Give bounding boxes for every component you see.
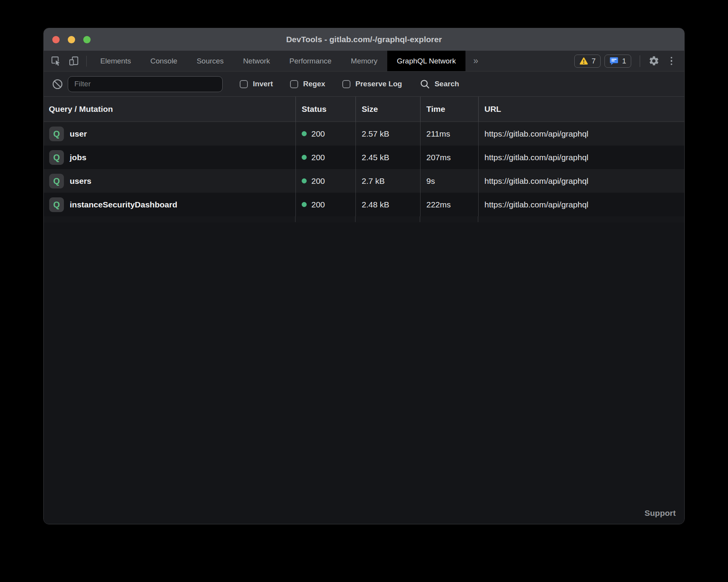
devtools-tabbar: ElementsConsoleSourcesNetworkPerformance… — [44, 51, 684, 72]
checkbox-preserve-log[interactable]: Preserve Log — [342, 80, 402, 88]
search-control[interactable]: Search — [420, 79, 459, 89]
request-row[interactable]: Q users 200 2.7 kB 9s https://gitlab.com… — [44, 169, 684, 193]
response-size: 2.57 kB — [355, 122, 420, 146]
inspect-cursor-icon — [51, 56, 61, 66]
query-name: jobs — [70, 153, 86, 162]
checkbox-box-icon[interactable] — [342, 80, 350, 88]
minimize-window-button[interactable] — [68, 36, 75, 43]
column-header-query-mutation[interactable]: Query / Mutation — [44, 97, 295, 122]
response-size: 2.48 kB — [355, 193, 420, 216]
titlebar: DevTools - gitlab.com/-/graphql-explorer — [44, 28, 684, 51]
status-ok-dot-icon — [302, 155, 307, 160]
column-header-url[interactable]: URL — [478, 97, 684, 122]
request-row[interactable]: Q jobs 200 2.45 kB 207ms https://gitlab.… — [44, 146, 684, 169]
zoom-window-button[interactable] — [83, 36, 91, 43]
query-name: instanceSecurityDashboard — [70, 200, 177, 209]
request-url: https://gitlab.com/api/graphql — [478, 146, 684, 169]
checkbox-label: Invert — [253, 80, 273, 88]
request-url: https://gitlab.com/api/graphql — [478, 193, 684, 216]
gear-icon — [648, 55, 659, 67]
status-ok-dot-icon — [302, 131, 307, 136]
response-size: 2.45 kB — [355, 146, 420, 169]
checkbox-label: Regex — [303, 80, 325, 88]
checkbox-box-icon[interactable] — [240, 80, 248, 88]
message-bubble-icon — [610, 57, 618, 65]
checkbox-label: Preserve Log — [355, 80, 402, 88]
column-header-status[interactable]: Status — [295, 97, 355, 122]
column-header-size[interactable]: Size — [355, 97, 420, 122]
close-window-button[interactable] — [52, 36, 60, 43]
search-icon — [420, 79, 430, 89]
issues-warning-badge[interactable]: 7 — [574, 55, 601, 68]
status-code: 200 — [311, 176, 325, 186]
more-tabs-button[interactable]: » — [465, 51, 486, 71]
status-ok-dot-icon — [302, 202, 307, 207]
filter-toolbar: InvertRegexPreserve Log Search — [44, 72, 684, 96]
support-link[interactable]: Support — [645, 508, 676, 518]
request-url: https://gitlab.com/api/graphql — [478, 169, 684, 193]
request-list: Q user 200 2.57 kB 211ms https://gitlab.… — [44, 122, 684, 216]
status-code: 200 — [311, 200, 325, 209]
table-header: Query / Mutation Status Size Time URL — [44, 96, 684, 122]
checkbox-regex[interactable]: Regex — [290, 80, 325, 88]
checkbox-box-icon[interactable] — [290, 80, 298, 88]
filter-input[interactable] — [68, 76, 223, 92]
request-row[interactable]: Q user 200 2.57 kB 211ms https://gitlab.… — [44, 122, 684, 146]
column-separator-tails — [44, 216, 684, 223]
query-type-badge: Q — [49, 150, 64, 165]
response-time: 222ms — [420, 193, 478, 216]
request-url: https://gitlab.com/api/graphql — [478, 122, 684, 146]
tab-elements[interactable]: Elements — [91, 51, 141, 71]
empty-grid-area: Support — [44, 223, 684, 524]
tab-memory[interactable]: Memory — [341, 51, 387, 71]
status-code: 200 — [311, 153, 325, 162]
kebab-dots-icon — [671, 57, 673, 65]
block-icon — [52, 78, 64, 90]
tab-console[interactable]: Console — [141, 51, 187, 71]
checkbox-invert[interactable]: Invert — [240, 80, 273, 88]
response-size: 2.7 kB — [355, 169, 420, 193]
tabbar-divider — [640, 55, 640, 67]
tabbar-right-cluster: 7 1 — [574, 51, 680, 71]
request-row[interactable]: Q instanceSecurityDashboard 200 2.48 kB … — [44, 193, 684, 216]
filter-checkboxes: InvertRegexPreserve Log — [223, 80, 402, 88]
warning-triangle-icon — [579, 57, 588, 65]
response-time: 9s — [420, 169, 478, 193]
status-ok-dot-icon — [302, 178, 307, 183]
status-code: 200 — [311, 129, 325, 139]
search-label: Search — [434, 80, 459, 88]
window-title: DevTools - gitlab.com/-/graphql-explorer — [44, 35, 684, 44]
column-header-time[interactable]: Time — [420, 97, 478, 122]
tab-graphql-network[interactable]: GraphQL Network — [387, 51, 465, 71]
clear-requests-button[interactable] — [49, 78, 65, 90]
query-type-badge: Q — [49, 197, 64, 212]
settings-gear-button[interactable] — [645, 55, 663, 67]
traffic-lights — [52, 36, 91, 43]
message-count: 1 — [622, 57, 626, 65]
warning-count: 7 — [592, 57, 596, 65]
tab-network[interactable]: Network — [234, 51, 280, 71]
panel-tabs: ElementsConsoleSourcesNetworkPerformance… — [91, 51, 465, 71]
device-toolbar-button[interactable] — [65, 51, 82, 71]
issues-message-badge[interactable]: 1 — [604, 55, 631, 68]
devtools-window: DevTools - gitlab.com/-/graphql-explorer… — [43, 28, 685, 524]
tab-sources[interactable]: Sources — [187, 51, 234, 71]
query-type-badge: Q — [49, 174, 64, 188]
response-time: 207ms — [420, 146, 478, 169]
query-type-badge: Q — [49, 127, 64, 141]
tab-performance[interactable]: Performance — [280, 51, 341, 71]
kebab-menu-button[interactable] — [663, 57, 680, 65]
tabbar-divider — [86, 56, 87, 67]
query-name: users — [70, 176, 91, 186]
inspect-element-button[interactable] — [47, 51, 65, 71]
device-toolbar-icon — [69, 56, 79, 66]
response-time: 211ms — [420, 122, 478, 146]
query-name: user — [70, 129, 87, 139]
